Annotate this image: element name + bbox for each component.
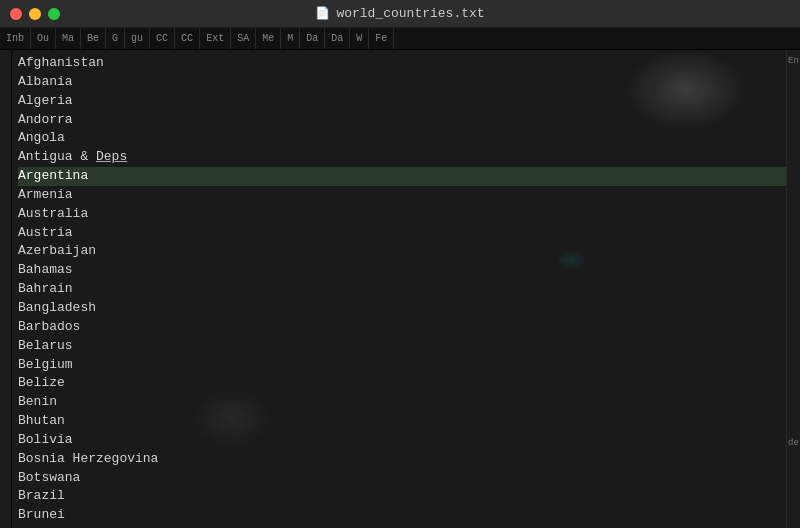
text-content[interactable]: Afghanistan Albania Algeria Andorra Ango… [12, 50, 786, 528]
tab-g[interactable]: G [106, 28, 125, 49]
line-bahrain: Bahrain [18, 280, 786, 299]
tab-cc1[interactable]: CC [150, 28, 175, 49]
line-angola: Angola [18, 129, 786, 148]
line-bhutan: Bhutan [18, 412, 786, 431]
line-bahamas: Bahamas [18, 261, 786, 280]
line-andorra: Andorra [18, 111, 786, 130]
tab-gu[interactable]: gu [125, 28, 150, 49]
tab-ma[interactable]: Ma [56, 28, 81, 49]
tab-cc2[interactable]: CC [175, 28, 200, 49]
tab-ext[interactable]: Ext [200, 28, 231, 49]
file-icon: 📄 [315, 6, 330, 21]
tab-sa[interactable]: SA [231, 28, 256, 49]
content-area: Afghanistan Albania Algeria Andorra Ango… [0, 50, 800, 528]
line-brunei: Brunei [18, 506, 786, 525]
line-austria: Austria [18, 224, 786, 243]
window-title-area: 📄 world_countries.txt [315, 6, 484, 21]
traffic-lights [10, 8, 60, 20]
tab-m[interactable]: M [281, 28, 300, 49]
tab-be[interactable]: Be [81, 28, 106, 49]
line-botswana: Botswana [18, 469, 786, 488]
line-afghanistan: Afghanistan [18, 54, 786, 73]
line-antigua: Antigua & Deps [18, 148, 786, 167]
line-algeria: Algeria [18, 92, 786, 111]
line-argentina: Argentina [18, 167, 786, 186]
tab-ou[interactable]: Ou [31, 28, 56, 49]
tab-inb[interactable]: Inb [0, 28, 31, 49]
line-belarus: Belarus [18, 337, 786, 356]
right-sidebar: En de [786, 50, 800, 528]
tab-me[interactable]: Me [256, 28, 281, 49]
right-label-en: En [788, 56, 799, 66]
tab-w[interactable]: W [350, 28, 369, 49]
window-title: world_countries.txt [336, 6, 484, 21]
tab-da1[interactable]: Da [300, 28, 325, 49]
line-armenia: Armenia [18, 186, 786, 205]
line-bolivia: Bolivia [18, 431, 786, 450]
minimize-button[interactable] [29, 8, 41, 20]
close-button[interactable] [10, 8, 22, 20]
line-belize: Belize [18, 374, 786, 393]
line-bangladesh: Bangladesh [18, 299, 786, 318]
line-albania: Albania [18, 73, 786, 92]
line-barbados: Barbados [18, 318, 786, 337]
right-label-de: de [788, 438, 799, 448]
left-sidebar [0, 50, 12, 528]
tab-da2[interactable]: Da [325, 28, 350, 49]
maximize-button[interactable] [48, 8, 60, 20]
title-bar: 📄 world_countries.txt [0, 0, 800, 28]
tab-bar: Inb Ou Ma Be G gu CC CC Ext SA Me M Da D… [0, 28, 800, 50]
line-benin: Benin [18, 393, 786, 412]
line-bosnia: Bosnia Herzegovina [18, 450, 786, 469]
tab-fe[interactable]: Fe [369, 28, 394, 49]
deps-underline: Deps [96, 149, 127, 164]
line-azerbaijan: Azerbaijan [18, 242, 786, 261]
line-australia: Australia [18, 205, 786, 224]
line-belgium: Belgium [18, 356, 786, 375]
line-brazil: Brazil [18, 487, 786, 506]
